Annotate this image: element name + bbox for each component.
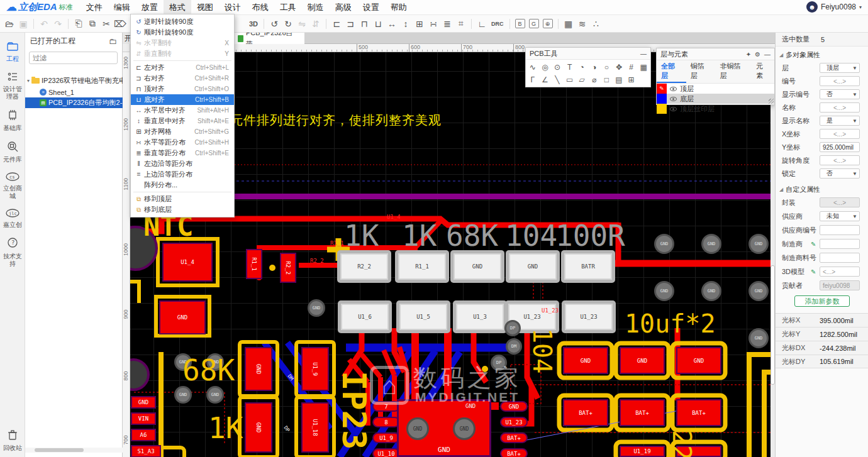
- align-h-center-icon[interactable]: ↔: [385, 19, 399, 29]
- project-filter-input[interactable]: [29, 52, 118, 64]
- delete-icon[interactable]: ⌦: [113, 19, 127, 29]
- pad-u1-4[interactable]: U1_4: [162, 243, 213, 282]
- supplier-select[interactable]: 未知▼: [820, 211, 860, 221]
- dimension-tool-icon[interactable]: Γ: [526, 74, 539, 86]
- silk-text-100r-sel[interactable]: 100R: [555, 219, 625, 253]
- copper-area-tool-icon[interactable]: ▤: [613, 74, 625, 86]
- open-project-icon[interactable]: 🗁: [3, 19, 16, 29]
- align-top-icon[interactable]: ⊓: [357, 19, 371, 29]
- minimize-icon[interactable]: —: [764, 51, 771, 58]
- menu-format[interactable]: 格式: [164, 0, 191, 15]
- menu-file[interactable]: 文件: [81, 0, 108, 15]
- rail-item-component-library[interactable]: 元件库: [0, 141, 25, 163]
- arc-tool-icon[interactable]: ◔: [576, 61, 588, 74]
- ic-thermal-pad[interactable]: GND GND GND: [397, 399, 491, 457]
- footprint-gnd-1[interactable]: GND: [450, 250, 504, 283]
- ic-pad-u1-23[interactable]: U1_23: [500, 417, 528, 427]
- menu-item-align-bottom[interactable]: ⊔底对齐Ctrl+Shift+B: [131, 94, 234, 105]
- eye-icon[interactable]: [670, 97, 677, 101]
- layer-color-bottom[interactable]: [657, 94, 667, 104]
- array-icon[interactable]: ⌗: [454, 18, 468, 29]
- minimize-icon[interactable]: —: [640, 50, 647, 57]
- menu-item-align-left[interactable]: ⊏左对齐Ctrl+Shift+L: [131, 62, 234, 73]
- pad-gnd-bl2[interactable]: GND: [245, 402, 272, 453]
- section-custom-attrs[interactable]: ◢自定义属性: [776, 184, 868, 195]
- add-parameter-button[interactable]: 添加新参数: [794, 295, 850, 307]
- menu-item-rotate-cw[interactable]: ↻顺时针旋转90度: [131, 27, 234, 38]
- save-icon[interactable]: ▣: [16, 19, 30, 29]
- edit-icon[interactable]: ✎: [811, 268, 816, 275]
- manufacturer-input[interactable]: [820, 239, 860, 249]
- distribute-h-icon[interactable]: ∺: [426, 19, 440, 29]
- name-input[interactable]: <...>: [820, 102, 860, 113]
- menu-view[interactable]: 视图: [191, 0, 219, 15]
- footprint-batr[interactable]: BATR: [561, 250, 615, 283]
- lock-select[interactable]: 否▼: [820, 168, 860, 179]
- layer-select[interactable]: 顶层▼: [820, 63, 860, 73]
- show-designator-select[interactable]: 否▼: [820, 89, 860, 99]
- undo-icon[interactable]: ↶: [37, 19, 51, 29]
- mfr-part-input[interactable]: [820, 253, 860, 263]
- silk-text-1k-sel[interactable]: 1K: [344, 219, 379, 253]
- layer-stack-icon[interactable]: ≋: [576, 19, 589, 29]
- net-label-u1-23[interactable]: U1_23: [542, 307, 559, 314]
- silk-text-22[interactable]: 22: [667, 430, 696, 457]
- resize-handle[interactable]: [769, 99, 774, 104]
- align-v-center-icon[interactable]: ↕: [399, 19, 413, 29]
- silk-text-10uf2[interactable]: 10uf*2: [625, 309, 716, 338]
- tab-pcb-active[interactable]: PCB_IP2326自带...: [234, 33, 304, 44]
- rotate-ccw-icon[interactable]: ↺: [267, 19, 281, 29]
- pad-gnd-r2[interactable]: GND: [620, 347, 665, 374]
- gear-icon[interactable]: ⚙: [755, 51, 760, 58]
- rail-item-base-library[interactable]: 基础库: [0, 109, 25, 132]
- pad-a6[interactable]: A6: [131, 429, 156, 441]
- supplier-part-input[interactable]: [820, 225, 860, 235]
- menu-advanced[interactable]: 高级: [330, 0, 357, 15]
- tab-start[interactable]: 开始: [123, 33, 130, 44]
- layer-row-bottom[interactable]: 底层: [657, 94, 774, 104]
- tree-folder-project[interactable]: ▾ IP2326双节锂电池平衡充电模块 -: [25, 75, 123, 86]
- eye-icon[interactable]: [670, 107, 677, 111]
- via-dm[interactable]: DM: [506, 338, 522, 355]
- via-gnd[interactable]: GND: [174, 386, 192, 404]
- share-icon[interactable]: ∴: [589, 19, 603, 29]
- ic-pad-8[interactable]: 8: [372, 417, 400, 427]
- menu-item-array[interactable]: 阵列分布...: [131, 180, 234, 190]
- align-grid-icon[interactable]: ⊞: [413, 19, 426, 29]
- project-hscrollbar[interactable]: [25, 448, 123, 453]
- via-gnd[interactable]: GND: [701, 281, 721, 301]
- footprint-r2-2[interactable]: R2_2: [337, 250, 391, 283]
- eye-icon[interactable]: [670, 87, 677, 91]
- paste-icon[interactable]: ⎗: [72, 18, 86, 29]
- tree-item-sheet[interactable]: ≡ Sheet_1: [25, 87, 123, 97]
- via-gnd[interactable]: GND: [308, 299, 325, 317]
- pad-tool-icon[interactable]: ⊙: [551, 61, 564, 74]
- route-icon[interactable]: ∟: [475, 19, 489, 29]
- via-gnd[interactable]: GND: [748, 328, 769, 348]
- pad-u1-19[interactable]: U1_19: [620, 446, 665, 457]
- view-3d-button[interactable]: 3D: [247, 20, 260, 28]
- user-avatar[interactable]: ☻: [806, 1, 818, 13]
- origin-icon[interactable]: ⊕: [543, 19, 553, 28]
- pad-gnd-r1[interactable]: GND: [563, 347, 608, 374]
- via-gnd[interactable]: GND: [701, 234, 721, 254]
- footprint-u1-5[interactable]: U1_5: [396, 300, 450, 333]
- menu-help[interactable]: 帮助: [385, 0, 413, 15]
- ic-pad-u1-10[interactable]: U1_10: [372, 448, 400, 457]
- footprint-u1-3[interactable]: U1_3: [453, 300, 507, 333]
- menu-item-distribute-left-edge[interactable]: ‖左边沿等距分布: [131, 158, 234, 169]
- flip-horizontal-icon[interactable]: ⇋: [295, 19, 309, 29]
- rail-item-lcsc-mall[interactable]: cs 立创商城: [0, 172, 25, 200]
- x-coord-input[interactable]: <...>: [820, 129, 860, 139]
- align-left-icon[interactable]: ⊏: [330, 19, 343, 29]
- menu-design[interactable]: 设计: [219, 0, 247, 15]
- via-gnd[interactable]: GND: [748, 281, 769, 301]
- pad-bat-2[interactable]: BAT+: [620, 399, 665, 426]
- menu-item-align-grid[interactable]: ⊞对齐网格Ctrl+Shift+G: [131, 126, 234, 137]
- silk-text-1k2-sel[interactable]: 1K: [402, 219, 437, 253]
- designator-input[interactable]: <...>: [820, 76, 860, 86]
- show-name-select[interactable]: 是▼: [820, 116, 860, 126]
- menu-item-distribute-top-edge[interactable]: =上边沿等距分布: [131, 169, 234, 180]
- redo-icon[interactable]: ↷: [51, 19, 65, 29]
- rotation-input[interactable]: <...>: [820, 155, 860, 165]
